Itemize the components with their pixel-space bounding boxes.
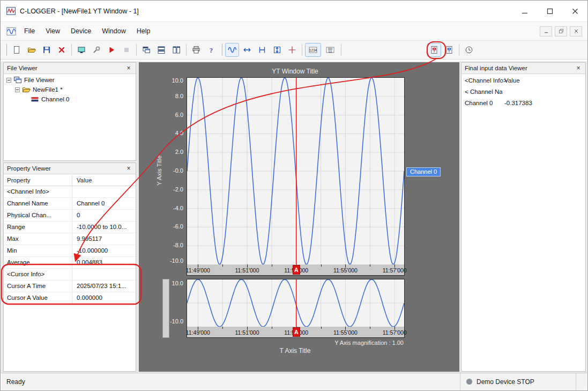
property-row[interactable]: <Cursor Info> xyxy=(4,269,136,281)
menu-view[interactable]: View xyxy=(40,22,65,40)
channel-label[interactable]: Channel 0 xyxy=(406,167,441,176)
property-row[interactable]: <Channel Info> xyxy=(4,186,136,198)
yt-wave-icon xyxy=(228,46,236,54)
help-button[interactable]: ? xyxy=(204,43,218,57)
menu-help[interactable]: Help xyxy=(131,22,156,40)
property-value-cell: 2025/07/23 15:1... xyxy=(72,281,136,292)
close-file-button[interactable] xyxy=(55,43,69,57)
save-file-button[interactable] xyxy=(40,43,54,57)
channel-info-column-header[interactable]: <Channel Info> xyxy=(462,75,502,87)
final-input-row[interactable]: Channel 0-0.317383 xyxy=(462,98,585,109)
property-name-cell: Range xyxy=(4,222,72,233)
new-file-button[interactable] xyxy=(10,43,24,57)
window-title: C-LOGGER - [NewFile1 YT Window - 1] xyxy=(20,8,139,15)
property-row[interactable]: Average0.004883 xyxy=(4,257,136,269)
app-logo-icon xyxy=(6,6,16,16)
cursor-a-flag[interactable]: A xyxy=(293,327,300,337)
tree-item-file-viewer[interactable]: File Viewer xyxy=(4,75,136,85)
menu-device[interactable]: Device xyxy=(65,22,96,40)
save-floppy-icon xyxy=(42,46,51,54)
tree-item-newfile1[interactable]: NewFile1 * xyxy=(4,85,136,94)
file-tree: File ViewerNewFile1 *Channel 0 xyxy=(4,74,136,160)
tree-expander-icon[interactable] xyxy=(15,87,20,92)
cross-cursor-button[interactable] xyxy=(285,43,299,57)
property-row[interactable]: Max9.995117 xyxy=(4,233,136,245)
final-input-table: <Channel Info> Value < Channel Na...Chan… xyxy=(462,74,585,371)
mdi-close-button[interactable] xyxy=(570,26,582,36)
open-file-button[interactable] xyxy=(25,43,39,57)
open-folder-icon xyxy=(27,46,36,54)
print-button[interactable] xyxy=(189,43,203,57)
close-button[interactable] xyxy=(562,1,587,21)
toolbar-separator xyxy=(302,44,302,56)
final-input-panel: Final input data Viewer × <Channel Info>… xyxy=(461,62,586,372)
svg-text:111: 111 xyxy=(328,50,332,53)
overview-plot-area[interactable] xyxy=(187,279,405,327)
minor-tick xyxy=(370,264,370,267)
cursor-a-flag[interactable]: A xyxy=(293,265,300,275)
property-row[interactable]: Physical Chan...0 xyxy=(4,210,136,222)
property-column-header[interactable]: Property xyxy=(4,175,72,186)
menu-file[interactable]: File xyxy=(19,22,40,40)
property-table-header: Property Value xyxy=(4,175,136,186)
property-row[interactable]: Cursor A Time2025/07/23 15:1... xyxy=(4,281,136,292)
minimize-button[interactable] xyxy=(512,1,537,21)
interval-button[interactable] xyxy=(462,43,476,57)
tile-horizontal-button[interactable] xyxy=(154,43,168,57)
property-value-cell: Channel 0 xyxy=(72,198,136,209)
y-tick-label: -0.0 xyxy=(173,167,183,174)
device-setup-button[interactable] xyxy=(90,43,103,57)
toolbar-separator xyxy=(186,44,187,56)
close-icon[interactable]: × xyxy=(125,64,132,72)
cascade-windows-button[interactable] xyxy=(139,43,153,57)
menu-window[interactable]: Window xyxy=(96,22,131,40)
cursor-a-button[interactable]: A xyxy=(427,43,441,57)
property-row[interactable]: Min-10.000000 xyxy=(4,245,136,257)
time-range-button[interactable] xyxy=(255,43,269,57)
close-icon[interactable]: × xyxy=(575,64,582,72)
start-measure-button[interactable] xyxy=(105,43,118,57)
stop-measure-button[interactable] xyxy=(120,43,133,57)
y-tick-label: 10.0 xyxy=(172,77,183,84)
time-axis-strip[interactable]: 11:49'00011:51'00011:53'00011:55'00011:5… xyxy=(187,264,405,276)
overview-scrollbar[interactable] xyxy=(162,279,169,338)
fit-horizontal-button[interactable] xyxy=(240,43,254,57)
tree-item-channel-0[interactable]: Channel 0 xyxy=(4,94,136,104)
value-column-header[interactable]: Value xyxy=(72,175,136,186)
property-name-cell: Cursor A Time xyxy=(4,281,72,292)
property-row[interactable]: Channel NameChannel 0 xyxy=(4,198,136,210)
tile-vertical-button[interactable] xyxy=(169,43,183,57)
cursor-b-icon: B xyxy=(445,46,453,54)
cursor-b-button[interactable]: B xyxy=(442,43,456,57)
toolbar-group-interval-group xyxy=(462,43,477,57)
property-rows: <Channel Info>Channel NameChannel 0Physi… xyxy=(4,186,136,304)
toolbar-separator xyxy=(459,44,459,56)
tree-item-label: File Viewer xyxy=(24,77,55,83)
property-row[interactable]: Range-10.0000 to 10.0... xyxy=(4,222,136,233)
y-tick-label: -4.0 xyxy=(173,205,183,211)
final-input-rows: < Channel Na...Channel 0-0.317383 xyxy=(462,87,585,109)
binary-display-button[interactable]: 000111 xyxy=(322,43,338,57)
property-row[interactable]: Cursor A Value0.000000 xyxy=(4,292,136,304)
value-column-header[interactable]: Value xyxy=(502,75,585,87)
mdi-restore-button[interactable] xyxy=(555,26,567,36)
property-value-cell xyxy=(72,186,136,197)
tree-expander-icon[interactable] xyxy=(6,78,11,83)
time-tick-label: 11:49'000 xyxy=(186,329,210,336)
main-plot-area[interactable] xyxy=(187,77,405,265)
device-monitor-button[interactable] xyxy=(75,43,88,57)
fit-vertical-button[interactable] xyxy=(270,43,284,57)
channel-name-cell: Channel 0 xyxy=(462,98,502,109)
yt-window-button[interactable] xyxy=(225,43,239,57)
svg-text:?: ? xyxy=(210,46,213,54)
maximize-button[interactable] xyxy=(537,1,562,21)
numeric-display-button[interactable]: 1234 xyxy=(305,43,321,57)
property-value-cell: 9.995117 xyxy=(72,233,136,245)
time-tick-label: 11:49'000 xyxy=(186,267,210,274)
mdi-minimize-button[interactable] xyxy=(540,26,552,36)
close-icon[interactable]: × xyxy=(125,165,132,172)
overview-time-strip[interactable]: 11:49'00011:51'00011:53'00011:55'00011:5… xyxy=(187,327,405,338)
property-name-cell: <Cursor Info> xyxy=(4,269,72,280)
property-viewer-title: Property Viewer xyxy=(7,165,51,172)
final-input-row[interactable]: < Channel Na... xyxy=(462,87,585,98)
